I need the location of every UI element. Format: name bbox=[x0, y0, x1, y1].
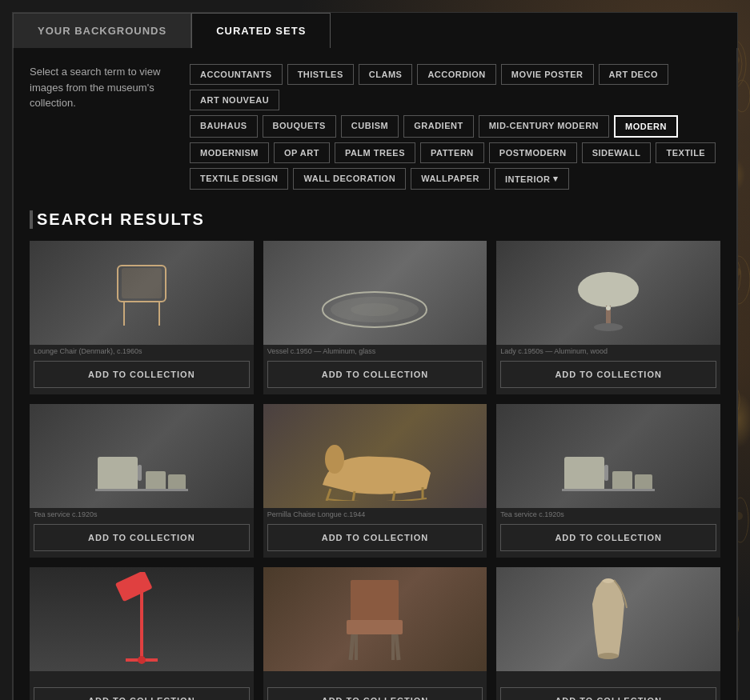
item-caption-1: Lounge Chair (Denmark), c.1960s bbox=[30, 345, 254, 361]
item-caption-6: Tea service c.1920s bbox=[496, 508, 720, 524]
add-to-collection-button-2[interactable]: ADD TO COLLECTION bbox=[267, 361, 483, 388]
svg-rect-37 bbox=[635, 474, 652, 490]
add-to-collection-button-4[interactable]: ADD TO COLLECTION bbox=[34, 524, 250, 551]
item-caption-2: Vessel c.1950 — Aluminum, glass bbox=[263, 345, 487, 361]
svg-rect-28 bbox=[95, 489, 188, 491]
svg-line-45 bbox=[351, 634, 353, 660]
svg-rect-40 bbox=[115, 572, 153, 602]
item-image-5 bbox=[263, 404, 487, 508]
item-caption-5: Pernilla Chaise Longue c.1944 bbox=[263, 508, 487, 524]
add-to-collection-button-1[interactable]: ADD TO COLLECTION bbox=[34, 361, 250, 388]
tag-pattern[interactable]: PATTERN bbox=[420, 142, 484, 163]
tag-modernism[interactable]: MODERNISM bbox=[190, 142, 269, 163]
tag-op-art[interactable]: OP ART bbox=[274, 142, 330, 163]
filter-section: Select a search term to view images from… bbox=[30, 64, 720, 194]
tag-accordion[interactable]: ACCORDION bbox=[417, 64, 495, 85]
tag-clams[interactable]: CLAMS bbox=[359, 64, 413, 85]
svg-rect-27 bbox=[168, 474, 186, 490]
svg-point-29 bbox=[325, 445, 344, 474]
svg-rect-36 bbox=[612, 471, 632, 490]
tags-row-2: BAUHAUS BOUQUETS CUBISM GRADIENT MID-CEN… bbox=[190, 115, 720, 138]
item-image-7 bbox=[30, 567, 254, 671]
tag-cubism[interactable]: CUBISM bbox=[341, 115, 399, 138]
tag-textile[interactable]: TEXTILE bbox=[656, 142, 716, 163]
content-area: Select a search term to view images from… bbox=[13, 48, 737, 700]
chevron-down-icon: ▾ bbox=[553, 174, 559, 184]
svg-point-50 bbox=[603, 578, 614, 583]
item-image-2 bbox=[263, 241, 487, 345]
tags-row-4: TEXTILE DESIGN WALL DECORATION WALLPAPER… bbox=[190, 168, 720, 190]
list-item: Lady c.1950s — Aluminum, wood ADD TO COL… bbox=[496, 241, 720, 394]
add-to-collection-button-9[interactable]: ADD TO COLLECTION bbox=[500, 687, 716, 700]
chair-2-svg bbox=[339, 576, 411, 664]
item-image-3 bbox=[496, 241, 720, 345]
list-item: ADD TO COLLECTION bbox=[30, 567, 254, 700]
tag-textile-design[interactable]: TEXTILE DESIGN bbox=[190, 168, 288, 190]
svg-rect-44 bbox=[347, 620, 403, 634]
add-to-collection-button-6[interactable]: ADD TO COLLECTION bbox=[500, 524, 716, 551]
tags-row-3: MODERNISM OP ART PALM TREES PATTERN POST… bbox=[190, 142, 720, 163]
tea-set-2-svg bbox=[560, 441, 656, 497]
svg-point-20 bbox=[578, 272, 639, 307]
add-to-collection-button-3[interactable]: ADD TO COLLECTION bbox=[500, 361, 716, 388]
list-item: ADD TO COLLECTION bbox=[263, 567, 487, 700]
interior-label: INTERIOR bbox=[505, 174, 551, 184]
add-to-collection-button-8[interactable]: ADD TO COLLECTION bbox=[267, 687, 483, 700]
tag-bauhaus[interactable]: BAUHAUS bbox=[190, 115, 258, 138]
item-image-9 bbox=[496, 567, 720, 671]
tags-container: ACCOUNTANTS THISTLES CLAMS ACCORDION MOV… bbox=[190, 64, 720, 194]
tag-wallpaper[interactable]: WALLPAPER bbox=[411, 168, 490, 190]
lamp-svg bbox=[572, 270, 644, 334]
tag-accountants[interactable]: ACCOUNTANTS bbox=[190, 64, 283, 85]
tag-thistles[interactable]: THISTLES bbox=[287, 64, 354, 85]
item-caption-9 bbox=[496, 671, 720, 687]
tag-art-nouveau[interactable]: ART NOUVEAU bbox=[190, 90, 279, 110]
list-item: Vessel c.1950 — Aluminum, glass ADD TO C… bbox=[263, 241, 487, 394]
image-grid: Lounge Chair (Denmark), c.1960s ADD TO C… bbox=[30, 241, 720, 700]
item-caption-7 bbox=[30, 671, 254, 687]
tag-art-deco[interactable]: ART DECO bbox=[599, 64, 668, 85]
tag-modern[interactable]: MODERN bbox=[614, 115, 678, 138]
tag-sidewall[interactable]: SIDEWALL bbox=[582, 142, 652, 163]
svg-rect-14 bbox=[122, 268, 162, 298]
tags-row-1: ACCOUNTANTS THISTLES CLAMS ACCORDION MOV… bbox=[190, 64, 720, 110]
svg-rect-26 bbox=[146, 471, 166, 490]
svg-line-46 bbox=[396, 634, 399, 660]
item-image-4 bbox=[30, 404, 254, 508]
list-item: Tea service c.1920s ADD TO COLLECTION bbox=[30, 404, 254, 558]
item-image-6 bbox=[496, 404, 720, 508]
svg-point-49 bbox=[598, 653, 619, 659]
item-image-1 bbox=[30, 241, 254, 345]
svg-point-42 bbox=[138, 656, 146, 664]
tab-your-backgrounds[interactable]: YOUR BACKGROUNDS bbox=[13, 13, 191, 48]
svg-rect-24 bbox=[98, 457, 138, 490]
filter-description: Select a search term to view images from… bbox=[30, 64, 174, 194]
svg-rect-35 bbox=[604, 465, 608, 481]
svg-rect-43 bbox=[351, 580, 399, 624]
tag-mid-century-modern[interactable]: MID-CENTURY MODERN bbox=[479, 115, 609, 138]
svg-point-23 bbox=[606, 306, 611, 310]
vase-svg bbox=[580, 576, 636, 664]
tag-gradient[interactable]: GRADIENT bbox=[403, 115, 473, 138]
tag-wall-decoration[interactable]: WALL DECORATION bbox=[293, 168, 406, 190]
list-item: Tea service c.1920s ADD TO COLLECTION bbox=[496, 404, 720, 558]
list-item: Lounge Chair (Denmark), c.1960s ADD TO C… bbox=[30, 241, 254, 394]
item-caption-8 bbox=[263, 671, 487, 687]
tag-palm-trees[interactable]: PALM TREES bbox=[335, 142, 415, 163]
add-to-collection-button-5[interactable]: ADD TO COLLECTION bbox=[267, 524, 483, 551]
list-item: Pernilla Chaise Longue c.1944 ADD TO COL… bbox=[263, 404, 487, 558]
tag-interior-dropdown[interactable]: INTERIOR ▾ bbox=[495, 168, 569, 190]
main-container: YOUR BACKGROUNDS CURATED SETS Select a s… bbox=[12, 12, 738, 700]
list-item: ADD TO COLLECTION bbox=[496, 567, 720, 700]
tag-bouquets[interactable]: BOUQUETS bbox=[263, 115, 336, 138]
svg-line-32 bbox=[393, 491, 395, 501]
item-caption-4: Tea service c.1920s bbox=[30, 508, 254, 524]
tag-movie-poster[interactable]: MOVIE POSTER bbox=[501, 64, 594, 85]
add-to-collection-button-7[interactable]: ADD TO COLLECTION bbox=[34, 687, 250, 700]
tabs-bar: YOUR BACKGROUNDS CURATED SETS bbox=[13, 13, 737, 48]
tag-postmodern[interactable]: POSTMODERN bbox=[489, 142, 577, 163]
svg-point-19 bbox=[351, 303, 399, 316]
tab-curated-sets[interactable]: CURATED SETS bbox=[191, 13, 331, 48]
item-caption-3: Lady c.1950s — Aluminum, wood bbox=[496, 345, 720, 361]
svg-rect-34 bbox=[564, 457, 604, 490]
